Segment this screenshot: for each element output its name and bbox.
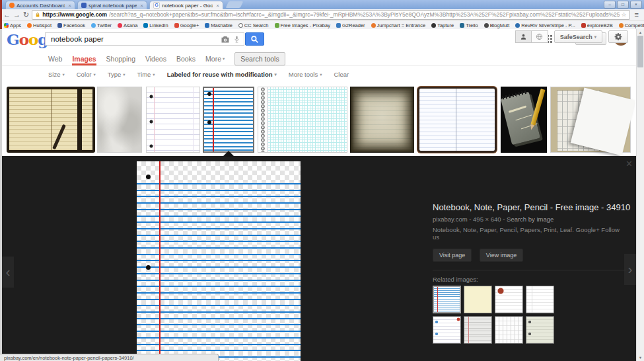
bookmark-label: G2Reader <box>342 22 365 28</box>
bookmark-item[interactable]: RevRiv SilverStripe - P... <box>515 22 575 28</box>
previous-image-chevron[interactable]: ‹ <box>2 257 14 288</box>
bookmark-item[interactable]: Free Images - Pixabay <box>275 22 330 28</box>
voice-search-mic-icon[interactable] <box>234 35 240 44</box>
related-image-7[interactable] <box>495 316 523 344</box>
scrollbar-thumb[interactable] <box>637 36 643 67</box>
preview-title[interactable]: Notebook, Note, Paper, Pencil - Free ima… <box>433 202 626 212</box>
settings-button[interactable] <box>608 30 628 43</box>
bookmark-item[interactable]: LinkedIn <box>143 22 168 28</box>
filter-dropdown[interactable]: Clear <box>334 71 349 78</box>
bookmark-item[interactable]: Jumpchart = Entrance <box>371 22 426 28</box>
address-bar[interactable]: https://www.google.com/search?as_q=noteb… <box>32 10 629 20</box>
search-input[interactable] <box>46 34 221 44</box>
preview-image[interactable] <box>137 161 301 361</box>
nav-tab[interactable]: Videos <box>145 52 166 65</box>
image-result-7[interactable] <box>417 87 497 153</box>
nav-tab[interactable]: More ▾ <box>205 52 225 65</box>
punch-hole <box>146 175 151 179</box>
restore-button[interactable]: □ <box>617 1 629 9</box>
browser-tab-active[interactable]: G notebook paper - Google Se × <box>149 1 223 9</box>
filter-dropdown[interactable]: More tools ▾ <box>289 71 322 78</box>
close-window-button[interactable]: × <box>630 1 642 9</box>
bookmark-item[interactable]: Trello <box>460 22 478 28</box>
related-image-8[interactable] <box>526 316 554 344</box>
related-image-4[interactable] <box>526 286 554 313</box>
filter-dropdown[interactable]: Type ▾ <box>108 71 125 78</box>
scroll-down-arrow-icon[interactable]: ▼ <box>637 354 644 361</box>
bookmark-item[interactable]: Apps <box>4 22 21 28</box>
related-image-1-selected[interactable] <box>433 286 461 313</box>
filter-dropdown[interactable]: Size ▾ <box>48 71 65 78</box>
minimize-button[interactable]: – <box>604 1 616 9</box>
new-tab-button[interactable] <box>226 1 244 8</box>
bookmark-item[interactable]: Mashable <box>205 22 233 28</box>
back-button[interactable]: ← <box>3 10 11 20</box>
image-result-2[interactable] <box>97 87 142 153</box>
personal-results-button[interactable] <box>515 30 532 43</box>
bookmark-label: LinkedIn <box>149 22 168 28</box>
filter-dropdown[interactable]: Labeled for reuse with modification ▾ <box>167 71 277 78</box>
bookmark-label: CC Search <box>244 22 269 28</box>
bookmark-favicon-icon <box>57 23 62 28</box>
chrome-menu-icon[interactable]: ≡ <box>633 11 641 19</box>
selected-thumbnail-pointer <box>223 151 234 157</box>
filter-dropdown[interactable]: Color ▾ <box>77 71 96 78</box>
filter-label: Time <box>137 71 151 78</box>
close-preview-icon[interactable]: × <box>626 159 632 169</box>
bookmark-item[interactable]: Tapture <box>431 22 454 28</box>
view-image-button[interactable]: View image <box>480 249 523 262</box>
forward-button[interactable]: → <box>13 10 20 20</box>
bookmark-item[interactable]: Asana <box>118 22 137 28</box>
reload-button[interactable]: ↻ <box>23 10 29 20</box>
scroll-up-arrow-icon[interactable]: ▲ <box>637 29 644 36</box>
tab-close-icon[interactable]: × <box>139 3 143 9</box>
bookmark-star-icon[interactable]: ☆ <box>622 11 627 18</box>
site-favicon-icon <box>81 3 87 8</box>
bookmark-favicon-icon <box>619 23 624 28</box>
tab-close-icon[interactable]: × <box>67 3 71 9</box>
visit-page-button[interactable]: Visit page <box>433 249 472 262</box>
nav-tab[interactable]: Images <box>72 52 96 65</box>
image-result-6[interactable] <box>350 87 414 153</box>
bookmark-item[interactable]: exploreB2B <box>581 22 613 28</box>
bookmark-label: Tapture <box>437 22 454 28</box>
search-button[interactable] <box>245 32 264 46</box>
bookmark-item[interactable]: Facebook <box>57 22 85 28</box>
safesearch-dropdown[interactable]: SafeSearch ▾ <box>554 30 602 43</box>
related-image-2[interactable] <box>464 286 492 313</box>
filter-dropdown[interactable]: Time ▾ <box>137 71 155 78</box>
browser-tab-1[interactable]: Accounts Dashboard | HubS × <box>5 1 75 9</box>
bookmark-favicon-icon <box>4 23 9 28</box>
nav-tab-label: Search tools <box>240 55 279 63</box>
global-results-button[interactable] <box>532 30 548 43</box>
image-result-5[interactable] <box>258 87 347 153</box>
image-result-9[interactable] <box>550 87 631 153</box>
tab-close-icon[interactable]: × <box>215 3 219 9</box>
bookmark-item[interactable]: CC Search <box>238 22 269 28</box>
search-by-image-camera-icon[interactable] <box>221 36 230 43</box>
bookmark-item[interactable]: Twitter <box>91 22 112 28</box>
nav-tab[interactable]: Search tools <box>234 52 285 65</box>
page-scrollbar[interactable]: ▲ ▼ <box>636 29 644 361</box>
google-favicon-icon: G <box>153 2 160 9</box>
image-result-8[interactable] <box>501 87 547 153</box>
url-host: https://www.google.com <box>42 11 107 18</box>
related-image-5[interactable] <box>433 316 461 344</box>
image-result-1[interactable] <box>7 87 95 153</box>
tab-strip: Accounts Dashboard | HubS × spiral noteb… <box>0 0 644 9</box>
browser-tab-2[interactable]: spiral notebook paper page × <box>77 1 147 9</box>
related-image-3[interactable] <box>495 286 523 313</box>
bookmark-item[interactable]: Competitor Tracking T... <box>619 22 644 28</box>
nav-tab[interactable]: Books <box>176 52 196 65</box>
next-image-chevron[interactable]: › <box>624 254 636 285</box>
search-by-image-link[interactable]: Search by image <box>507 216 554 223</box>
bookmark-item[interactable]: G2Reader <box>336 22 365 28</box>
bookmark-item[interactable]: BlogMutt <box>484 22 510 28</box>
image-result-4-selected[interactable] <box>203 87 254 153</box>
bookmark-item[interactable]: Hubspot <box>27 22 52 28</box>
related-image-6[interactable] <box>464 316 492 344</box>
bookmark-item[interactable]: Google+ <box>174 22 199 28</box>
nav-tab[interactable]: Web <box>48 52 62 65</box>
nav-tab[interactable]: Shopping <box>106 52 135 65</box>
image-result-3[interactable] <box>146 87 200 153</box>
